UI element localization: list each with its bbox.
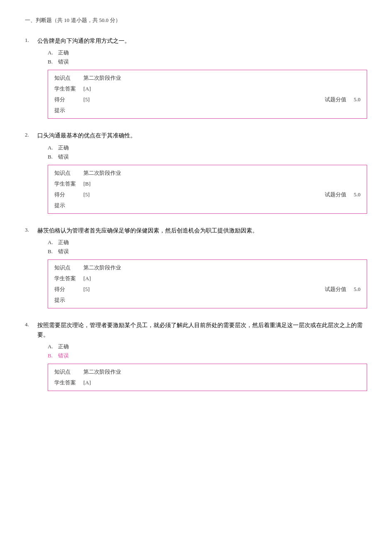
option-text-1-2: 错误 xyxy=(58,58,69,66)
knowledge-label-2: 知识点 xyxy=(54,169,83,177)
answer-box-2: 知识点第二次阶段作业学生答案[B]得分[5]试题分值5.0提示 xyxy=(48,165,367,214)
option-label-2-2: B. xyxy=(48,154,58,160)
option-text-1-1: 正确 xyxy=(58,49,69,56)
knowledge-row-3: 知识点第二次阶段作业 xyxy=(54,264,360,271)
answer-box-1: 知识点第二次阶段作业学生答案[A]得分[5]试题分值5.0提示 xyxy=(48,70,367,119)
score-row-3: 得分[5]试题分值5.0 xyxy=(54,286,360,293)
question-row-1: 1.公告牌是向下沟通的常用方式之一。 xyxy=(25,37,367,46)
score-right-2: 试题分值5.0 xyxy=(325,191,360,198)
student-answer-row-4: 学生答案[A] xyxy=(54,379,360,386)
score-right-3: 试题分值5.0 xyxy=(325,286,360,293)
score-left-2: 得分[5] xyxy=(54,191,325,198)
score-left-3: 得分[5] xyxy=(54,286,325,293)
question-row-2: 2.口头沟通最基本的优点在于其准确性。 xyxy=(25,131,367,140)
question-number-4: 4. xyxy=(25,321,37,328)
section-title: 一、判断题（共 10 道小题，共 50.0 分） xyxy=(25,17,367,24)
score-right-1: 试题分值5.0 xyxy=(325,96,360,103)
question-row-3: 3.赫茨伯格认为管理者首先应确保足够的保健因素，然后创造机会为职工提供激励因素。 xyxy=(25,226,367,235)
option-row-3-2: B.错误 xyxy=(48,248,367,255)
answer-box-3: 知识点第二次阶段作业学生答案[A]得分[5]试题分值5.0提示 xyxy=(48,259,367,308)
score-row-1: 得分[5]试题分值5.0 xyxy=(54,96,360,103)
option-row-1-2: B.错误 xyxy=(48,58,367,66)
question-block-3: 3.赫茨伯格认为管理者首先应确保足够的保健因素，然后创造机会为职工提供激励因素。… xyxy=(25,226,367,308)
student-answer-value-4: [A] xyxy=(83,379,91,386)
score-label-1: 得分 xyxy=(54,96,83,103)
option-label-3-2: B. xyxy=(48,248,58,255)
score-row-2: 得分[5]试题分值5.0 xyxy=(54,191,360,198)
options-4: A.正确B.错误 xyxy=(48,343,367,359)
knowledge-row-2: 知识点第二次阶段作业 xyxy=(54,169,360,177)
option-label-2-1: A. xyxy=(48,144,58,151)
student-answer-row-1: 学生答案[A] xyxy=(54,85,360,93)
question-block-1: 1.公告牌是向下沟通的常用方式之一。A.正确B.错误知识点第二次阶段作业学生答案… xyxy=(25,37,367,119)
question-block-2: 2.口头沟通最基本的优点在于其准确性。A.正确B.错误知识点第二次阶段作业学生答… xyxy=(25,131,367,213)
answer-box-4: 知识点第二次阶段作业学生答案[A] xyxy=(48,364,367,391)
options-3: A.正确B.错误 xyxy=(48,239,367,255)
question-number-3: 3. xyxy=(25,226,37,233)
score-label-2: 得分 xyxy=(54,191,83,198)
option-label-4-1: A. xyxy=(48,343,58,350)
option-row-3-1: A.正确 xyxy=(48,239,367,246)
question-number-2: 2. xyxy=(25,131,37,138)
question-number-1: 1. xyxy=(25,37,37,44)
knowledge-label-4: 知识点 xyxy=(54,368,83,376)
score-left-1: 得分[5] xyxy=(54,96,325,103)
option-text-4-1: 正确 xyxy=(58,343,69,350)
hint-label-1: 提示 xyxy=(54,107,83,114)
hint-label-2: 提示 xyxy=(54,202,83,209)
knowledge-value-4: 第二次阶段作业 xyxy=(83,368,121,376)
option-row-1-1: A.正确 xyxy=(48,49,367,56)
student-answer-label-4: 学生答案 xyxy=(54,379,83,386)
hint-row-3: 提示 xyxy=(54,296,360,304)
knowledge-label-3: 知识点 xyxy=(54,264,83,271)
question-score-value-3: 5.0 xyxy=(354,286,360,293)
student-answer-label-1: 学生答案 xyxy=(54,85,83,93)
student-answer-label-3: 学生答案 xyxy=(54,275,83,282)
score-value-1: [5] xyxy=(83,96,90,103)
option-label-1-2: B. xyxy=(48,59,58,65)
question-score-value-1: 5.0 xyxy=(354,96,360,103)
option-row-4-1: A.正确 xyxy=(48,343,367,350)
option-row-4-2: B.错误 xyxy=(48,352,367,359)
option-label-1-1: A. xyxy=(48,49,58,56)
student-answer-value-2: [B] xyxy=(83,181,90,187)
option-label-3-1: A. xyxy=(48,239,58,246)
question-score-label-1: 试题分值 xyxy=(325,96,346,103)
question-score-label-2: 试题分值 xyxy=(325,191,346,198)
hint-row-2: 提示 xyxy=(54,202,360,209)
knowledge-label-1: 知识点 xyxy=(54,74,83,82)
knowledge-row-1: 知识点第二次阶段作业 xyxy=(54,74,360,82)
hint-row-1: 提示 xyxy=(54,107,360,114)
score-value-3: [5] xyxy=(83,286,90,293)
question-score-value-2: 5.0 xyxy=(354,191,360,198)
option-text-2-1: 正确 xyxy=(58,144,69,152)
question-row-4: 4.按照需要层次理论，管理者要激励某个员工，就必须了解此人目前所处的需要层次，然… xyxy=(25,321,367,340)
score-label-3: 得分 xyxy=(54,286,83,293)
knowledge-value-2: 第二次阶段作业 xyxy=(83,169,121,177)
hint-label-3: 提示 xyxy=(54,296,83,304)
knowledge-value-3: 第二次阶段作业 xyxy=(83,264,121,271)
option-text-4-2: 错误 xyxy=(58,352,69,359)
option-row-2-1: A.正确 xyxy=(48,144,367,152)
question-text-2: 口头沟通最基本的优点在于其准确性。 xyxy=(37,131,367,140)
option-text-3-2: 错误 xyxy=(58,248,69,255)
question-block-4: 4.按照需要层次理论，管理者要激励某个员工，就必须了解此人目前所处的需要层次，然… xyxy=(25,321,367,391)
student-answer-value-3: [A] xyxy=(83,275,91,282)
options-1: A.正确B.错误 xyxy=(48,49,367,66)
option-label-4-2: B. xyxy=(48,352,58,359)
option-row-2-2: B.错误 xyxy=(48,153,367,161)
student-answer-row-3: 学生答案[A] xyxy=(54,275,360,282)
student-answer-row-2: 学生答案[B] xyxy=(54,180,360,188)
score-value-2: [5] xyxy=(83,191,90,198)
student-answer-label-2: 学生答案 xyxy=(54,180,83,188)
question-text-4: 按照需要层次理论，管理者要激励某个员工，就必须了解此人目前所处的需要层次，然后着… xyxy=(37,321,367,340)
student-answer-value-1: [A] xyxy=(83,86,91,92)
options-2: A.正确B.错误 xyxy=(48,144,367,161)
question-text-3: 赫茨伯格认为管理者首先应确保足够的保健因素，然后创造机会为职工提供激励因素。 xyxy=(37,226,367,235)
question-text-1: 公告牌是向下沟通的常用方式之一。 xyxy=(37,37,367,46)
option-text-2-2: 错误 xyxy=(58,153,69,161)
option-text-3-1: 正确 xyxy=(58,239,69,246)
question-score-label-3: 试题分值 xyxy=(325,286,346,293)
knowledge-value-1: 第二次阶段作业 xyxy=(83,74,121,82)
knowledge-row-4: 知识点第二次阶段作业 xyxy=(54,368,360,376)
